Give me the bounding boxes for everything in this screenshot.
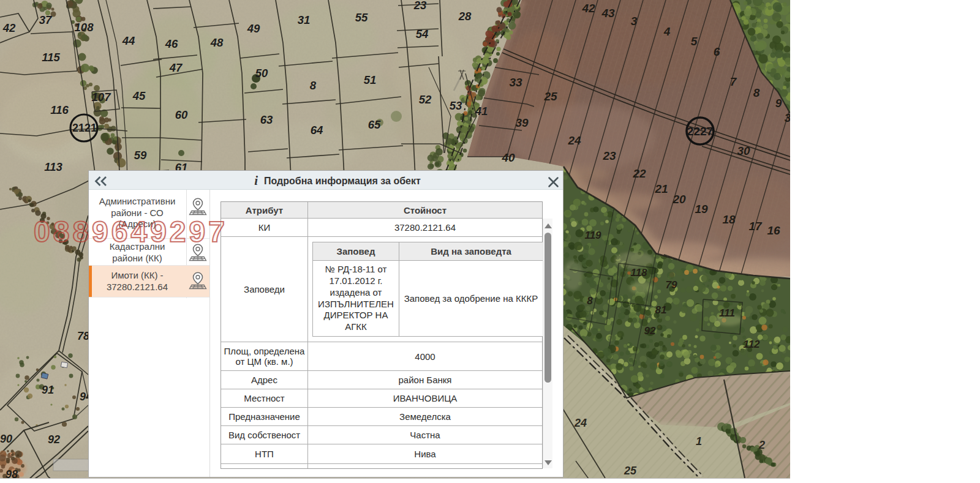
svg-text:112: 112 [743,339,760,350]
svg-text:23: 23 [413,0,427,12]
svg-text:7: 7 [730,75,737,88]
svg-text:5: 5 [691,35,698,48]
svg-text:39: 39 [515,116,529,129]
svg-text:59: 59 [134,149,147,162]
svg-text:31: 31 [298,13,311,26]
svg-text:19: 19 [695,203,708,215]
svg-text:51: 51 [364,73,377,86]
svg-text:2: 2 [758,439,765,451]
svg-text:25: 25 [624,465,637,477]
svg-text:40: 40 [501,151,515,164]
svg-text:1: 1 [696,435,702,447]
svg-text:81: 81 [655,304,667,316]
svg-text:8: 8 [587,295,593,307]
svg-text:53: 53 [450,99,462,112]
svg-text:8: 8 [753,86,760,99]
svg-text:6: 6 [714,45,720,58]
svg-text:55: 55 [355,11,368,24]
svg-text:108: 108 [75,21,94,34]
svg-text:21: 21 [654,182,668,195]
svg-text:4: 4 [663,25,671,38]
svg-text:115: 115 [42,51,60,64]
svg-text:65: 65 [368,118,381,131]
svg-text:42: 42 [2,21,16,34]
svg-text:78: 78 [77,330,89,342]
svg-text:33: 33 [509,76,522,89]
svg-text:43: 43 [601,7,615,20]
svg-text:119: 119 [584,230,601,241]
svg-text:107: 107 [92,91,112,103]
svg-text:42: 42 [581,2,595,15]
svg-text:3: 3 [631,15,638,28]
svg-text:37: 37 [39,13,53,26]
svg-text:91: 91 [42,384,54,396]
svg-text:9: 9 [775,97,782,110]
svg-text:18: 18 [722,213,736,226]
svg-text:2227: 2227 [687,125,713,138]
svg-text:25: 25 [543,90,557,103]
svg-text:24: 24 [567,134,581,147]
svg-text:2121: 2121 [72,122,97,134]
svg-text:63: 63 [260,113,273,126]
svg-text:3: 3 [785,111,790,124]
svg-text:49: 49 [247,22,260,35]
svg-text:23: 23 [602,149,616,162]
svg-text:116: 116 [50,103,69,116]
svg-text:92: 92 [644,325,656,337]
svg-text:92: 92 [48,433,60,446]
svg-text:48: 48 [210,36,224,49]
svg-text:44: 44 [122,34,135,47]
svg-text:111: 111 [719,307,735,319]
svg-text:113: 113 [44,160,62,173]
svg-text:30: 30 [737,144,750,157]
svg-text:8: 8 [310,79,317,92]
svg-text:20: 20 [672,193,686,206]
svg-text:45: 45 [132,89,146,102]
svg-text:79: 79 [666,279,677,291]
svg-text:90: 90 [0,433,12,445]
svg-text:17: 17 [748,220,763,233]
svg-text:24: 24 [574,417,587,429]
svg-text:47: 47 [169,61,183,74]
svg-text:60: 60 [175,108,188,121]
svg-text:98: 98 [6,468,18,478]
svg-text:64: 64 [311,124,323,137]
svg-text:118: 118 [630,267,647,279]
svg-text:22: 22 [632,167,646,180]
svg-text:46: 46 [165,37,178,50]
svg-text:54: 54 [416,28,429,40]
svg-text:16: 16 [767,224,780,237]
svg-text:52: 52 [419,93,432,106]
svg-text:28: 28 [458,10,472,23]
svg-text:50: 50 [255,67,268,80]
